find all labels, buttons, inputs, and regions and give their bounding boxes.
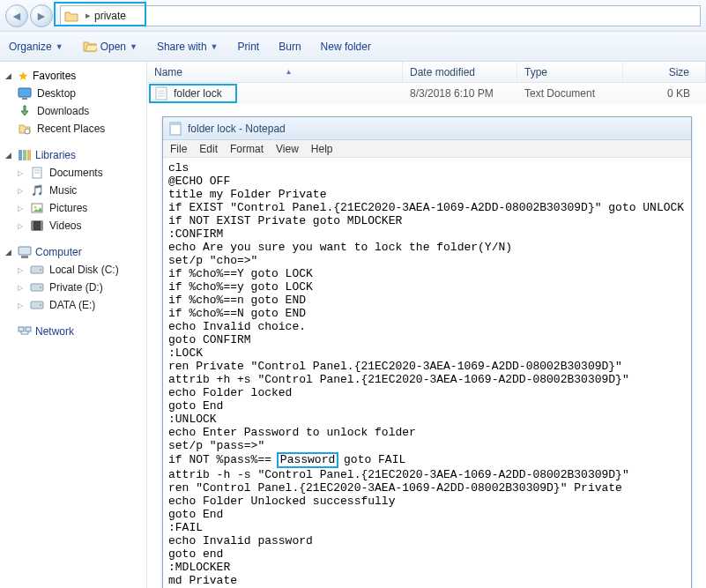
notepad-body-post: goto FAIL attrib -h -s "Control Panel.{2… xyxy=(168,453,629,588)
folder-icon xyxy=(64,9,78,23)
sidebar-item-local-disk-c[interactable]: ▷Local Disk (C:) xyxy=(2,261,145,279)
svg-point-21 xyxy=(40,304,41,306)
back-button[interactable]: ◄ xyxy=(5,4,28,27)
sidebar-item-music[interactable]: ▷🎵Music xyxy=(2,182,145,199)
organize-button[interactable]: Organize▼ xyxy=(9,41,63,53)
breadcrumb-folder[interactable]: private xyxy=(94,10,126,22)
svg-rect-22 xyxy=(19,327,24,331)
downloads-icon xyxy=(18,104,32,118)
notepad-title-text: folder lock - Notepad xyxy=(188,123,286,135)
collapse-icon: ◢ xyxy=(5,248,14,257)
menu-format[interactable]: Format xyxy=(230,143,264,155)
libraries-icon xyxy=(18,148,32,162)
column-name[interactable]: Name▲ xyxy=(147,62,403,82)
svg-rect-15 xyxy=(21,256,28,258)
open-icon xyxy=(83,40,97,54)
drive-icon xyxy=(30,263,44,277)
network-header[interactable]: ▷Network xyxy=(2,323,145,340)
notepad-window: folder lock - Notepad File Edit Format V… xyxy=(162,116,692,588)
file-date: 8/3/2018 6:10 PM xyxy=(403,87,517,100)
notepad-text-area[interactable]: cls @ECHO OFF title my Folder Private if… xyxy=(163,158,691,588)
expand-icon: ▷ xyxy=(18,205,25,212)
sort-asc-icon: ▲ xyxy=(286,68,293,76)
sidebar-item-downloads[interactable]: Downloads xyxy=(2,102,145,120)
file-size: 0 KB xyxy=(623,87,706,100)
svg-rect-29 xyxy=(170,123,181,125)
svg-rect-23 xyxy=(26,327,31,331)
new-folder-button[interactable]: New folder xyxy=(321,41,371,53)
sidebar-item-recent-places[interactable]: Recent Places xyxy=(2,120,145,138)
notepad-body-pre: cls @ECHO OFF title my Folder Private if… xyxy=(168,161,684,466)
computer-icon xyxy=(18,245,32,259)
menu-view[interactable]: View xyxy=(276,143,299,155)
drive-icon xyxy=(30,298,44,312)
libraries-header[interactable]: ◢Libraries xyxy=(2,146,145,164)
column-date[interactable]: Date modified xyxy=(403,62,517,82)
music-icon: 🎵 xyxy=(30,183,44,197)
favorites-header[interactable]: ◢★Favorites xyxy=(2,67,145,85)
file-row[interactable]: folder lock 8/3/2018 6:10 PM Text Docume… xyxy=(147,83,706,104)
text-file-icon xyxy=(154,86,168,100)
navigation-pane: ◢★Favorites Desktop Downloads Recent Pla… xyxy=(0,62,147,588)
column-headers: Name▲ Date modified Type Size xyxy=(147,62,706,83)
svg-point-19 xyxy=(40,287,41,288)
address-box[interactable]: ▸ private xyxy=(60,5,701,26)
collapse-icon: ◢ xyxy=(5,151,14,160)
svg-rect-5 xyxy=(27,150,31,160)
burn-button[interactable]: Burn xyxy=(279,41,301,53)
drive-icon xyxy=(30,280,44,294)
command-bar: Organize▼ Open▼ Share with▼ Print Burn N… xyxy=(0,32,706,62)
sidebar-item-desktop[interactable]: Desktop xyxy=(2,85,145,102)
column-type[interactable]: Type xyxy=(517,62,623,82)
caret-down-icon: ▼ xyxy=(56,42,63,51)
expand-icon: ▷ xyxy=(18,187,25,195)
sidebar-item-videos[interactable]: ▷Videos xyxy=(2,217,145,234)
computer-header[interactable]: ◢Computer xyxy=(2,243,145,261)
sidebar-item-pictures[interactable]: ▷Pictures xyxy=(2,199,145,217)
open-button[interactable]: Open▼ xyxy=(83,40,137,54)
svg-rect-3 xyxy=(19,150,22,160)
print-button[interactable]: Print xyxy=(238,41,260,53)
svg-rect-12 xyxy=(32,221,33,230)
svg-rect-4 xyxy=(23,150,26,160)
menu-edit[interactable]: Edit xyxy=(199,143,218,155)
address-bar: ◄ ► ▸ private xyxy=(0,0,706,32)
column-size[interactable]: Size xyxy=(623,62,706,82)
svg-rect-1 xyxy=(22,98,27,100)
desktop-icon xyxy=(18,86,32,100)
share-with-button[interactable]: Share with▼ xyxy=(157,41,219,53)
menu-file[interactable]: File xyxy=(170,143,187,155)
expand-icon: ▷ xyxy=(18,301,25,309)
expand-icon: ▷ xyxy=(18,266,25,274)
notepad-menubar: File Edit Format View Help xyxy=(163,140,691,158)
file-name: folder lock xyxy=(174,87,222,100)
documents-icon xyxy=(30,166,44,180)
sidebar-item-private-d[interactable]: ▷Private (D:) xyxy=(2,279,145,296)
menu-help[interactable]: Help xyxy=(311,143,333,155)
forward-button[interactable]: ► xyxy=(30,4,53,27)
svg-point-10 xyxy=(34,206,37,209)
svg-point-2 xyxy=(25,129,30,134)
file-type: Text Document xyxy=(517,87,623,100)
expand-icon: ▷ xyxy=(18,222,25,230)
notepad-titlebar[interactable]: folder lock - Notepad xyxy=(163,117,691,140)
expand-icon: ▷ xyxy=(18,169,25,177)
network-icon xyxy=(18,324,32,339)
svg-point-17 xyxy=(40,269,41,271)
svg-rect-14 xyxy=(19,247,31,255)
sidebar-item-data-e[interactable]: ▷DATA (E:) xyxy=(2,296,145,314)
svg-rect-13 xyxy=(41,221,42,230)
caret-down-icon: ▼ xyxy=(211,42,219,51)
recent-places-icon xyxy=(18,122,32,136)
highlight-password: Password xyxy=(277,452,338,468)
notepad-icon xyxy=(168,122,182,136)
file-list-pane: Name▲ Date modified Type Size folder loc… xyxy=(147,62,706,588)
sidebar-item-documents[interactable]: ▷Documents xyxy=(2,164,145,182)
caret-down-icon: ▼ xyxy=(130,42,137,51)
expand-icon: ▷ xyxy=(18,284,25,292)
videos-icon xyxy=(30,219,44,233)
pictures-icon xyxy=(30,201,44,215)
svg-rect-0 xyxy=(19,88,31,97)
star-icon: ★ xyxy=(18,69,29,83)
breadcrumb-separator-icon: ▸ xyxy=(85,10,91,21)
